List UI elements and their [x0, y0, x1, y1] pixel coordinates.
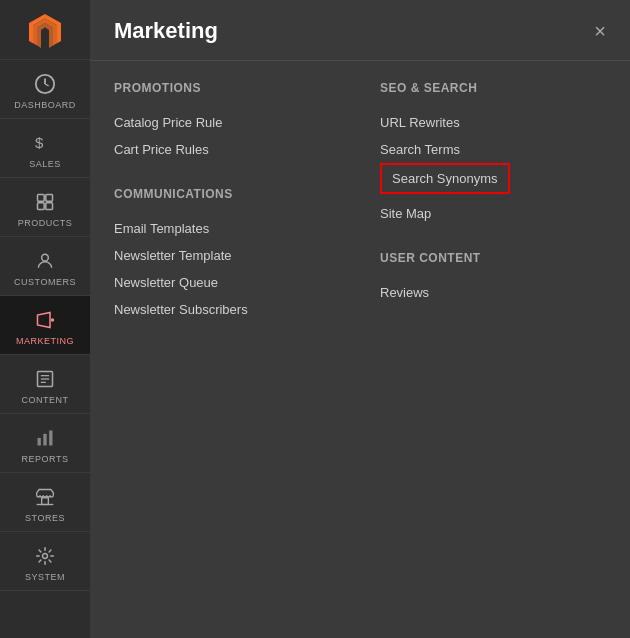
newsletter-template-link[interactable]: Newsletter Template: [114, 242, 340, 269]
svg-marker-2: [37, 23, 53, 48]
svg-rect-17: [49, 431, 52, 446]
sidebar-item-content-label: CONTENT: [22, 395, 69, 405]
sidebar-item-sales[interactable]: $ SALES: [0, 119, 90, 178]
sidebar: DASHBOARD $ SALES PRODUCTS CUSTOMERS MAR…: [0, 0, 90, 638]
magento-logo-icon: [25, 10, 65, 50]
cart-price-rules-link[interactable]: Cart Price Rules: [114, 136, 340, 163]
promotions-section: Promotions Catalog Price Rule Cart Price…: [114, 81, 340, 163]
svg-point-10: [51, 318, 54, 321]
sidebar-item-system-label: SYSTEM: [25, 572, 65, 582]
svg-point-20: [43, 554, 48, 559]
close-button[interactable]: ×: [594, 21, 606, 41]
url-rewrites-link[interactable]: URL Rewrites: [380, 109, 606, 136]
sidebar-item-system[interactable]: SYSTEM: [0, 532, 90, 591]
sidebar-item-products[interactable]: PRODUCTS: [0, 178, 90, 237]
svg-rect-8: [46, 203, 53, 210]
sidebar-logo: [0, 0, 90, 60]
communications-section: Communications Email Templates Newslette…: [114, 187, 340, 323]
sidebar-item-sales-label: SALES: [29, 159, 61, 169]
panel-right-column: SEO & Search URL Rewrites Search Terms S…: [380, 81, 606, 347]
svg-rect-6: [46, 195, 53, 202]
sidebar-item-reports-label: REPORTS: [22, 454, 69, 464]
products-icon: [33, 190, 57, 214]
panel-content: Promotions Catalog Price Rule Cart Price…: [90, 61, 630, 367]
svg-rect-15: [38, 438, 41, 446]
content-icon: [33, 367, 57, 391]
sidebar-item-dashboard-label: DASHBOARD: [14, 100, 76, 110]
svg-rect-18: [42, 498, 49, 505]
newsletter-subscribers-link[interactable]: Newsletter Subscribers: [114, 296, 340, 323]
panel-header: Marketing ×: [90, 0, 630, 61]
seo-search-section: SEO & Search URL Rewrites Search Terms S…: [380, 81, 606, 227]
sidebar-item-products-label: PRODUCTS: [18, 218, 73, 228]
seo-search-title: SEO & Search: [380, 81, 606, 95]
sidebar-item-stores-label: STORES: [25, 513, 65, 523]
sidebar-item-marketing-label: MARKETING: [16, 336, 74, 346]
site-map-link[interactable]: Site Map: [380, 200, 606, 227]
stores-icon: [33, 485, 57, 509]
catalog-price-rule-link[interactable]: Catalog Price Rule: [114, 109, 340, 136]
sales-icon: $: [33, 131, 57, 155]
svg-text:$: $: [35, 134, 44, 151]
sidebar-item-dashboard[interactable]: DASHBOARD: [0, 60, 90, 119]
sidebar-item-customers[interactable]: CUSTOMERS: [0, 237, 90, 296]
sidebar-item-marketing[interactable]: MARKETING: [0, 296, 90, 355]
svg-rect-16: [43, 434, 46, 446]
dashboard-icon: [33, 72, 57, 96]
customers-icon: [33, 249, 57, 273]
sidebar-item-reports[interactable]: REPORTS: [0, 414, 90, 473]
reviews-link[interactable]: Reviews: [380, 279, 606, 306]
svg-point-9: [42, 254, 49, 261]
user-content-title: User Content: [380, 251, 606, 265]
svg-rect-7: [38, 203, 45, 210]
search-synonyms-link[interactable]: Search Synonyms: [380, 163, 510, 194]
email-templates-link[interactable]: Email Templates: [114, 215, 340, 242]
panel-left-column: Promotions Catalog Price Rule Cart Price…: [114, 81, 340, 347]
user-content-section: User Content Reviews: [380, 251, 606, 306]
search-terms-link[interactable]: Search Terms: [380, 136, 606, 163]
sidebar-item-stores[interactable]: STORES: [0, 473, 90, 532]
communications-title: Communications: [114, 187, 340, 201]
marketing-icon: [33, 308, 57, 332]
svg-rect-5: [38, 195, 45, 202]
newsletter-queue-link[interactable]: Newsletter Queue: [114, 269, 340, 296]
panel-title: Marketing: [114, 18, 218, 44]
promotions-title: Promotions: [114, 81, 340, 95]
reports-icon: [33, 426, 57, 450]
sidebar-item-customers-label: CUSTOMERS: [14, 277, 76, 287]
sidebar-item-content[interactable]: CONTENT: [0, 355, 90, 414]
system-icon: [33, 544, 57, 568]
marketing-panel: Marketing × Promotions Catalog Price Rul…: [90, 0, 630, 638]
